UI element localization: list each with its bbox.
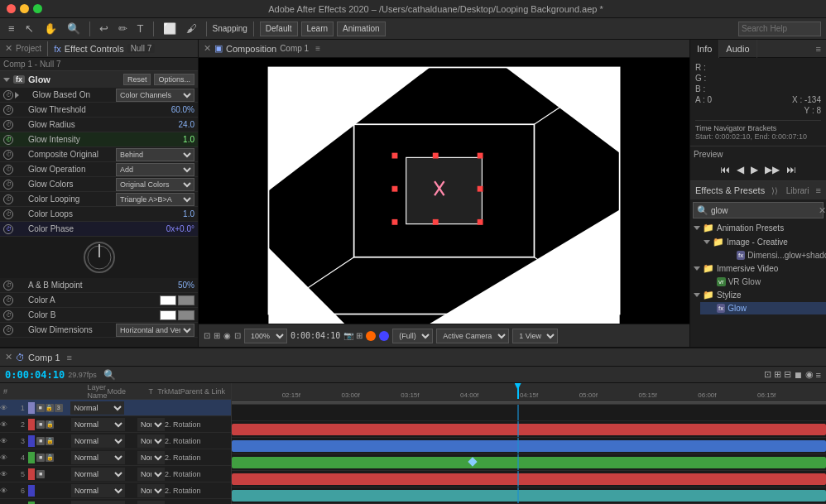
search-clear-button[interactable]: ✕ (819, 205, 826, 216)
ep-library-btn[interactable]: Librari (786, 186, 809, 195)
search-layer-icon[interactable]: 🔍 (103, 369, 116, 381)
layer-solo-4[interactable]: ■ (36, 454, 45, 462)
layer-eye-3[interactable]: 👁 (0, 437, 12, 445)
layer-solo-5[interactable]: ■ (36, 470, 45, 478)
track-bar-2[interactable] (232, 424, 826, 435)
track-bar-6[interactable] (232, 490, 826, 502)
glow-item[interactable]: fx Glow (700, 302, 826, 314)
tool-paint[interactable]: 🖌 (183, 21, 200, 36)
view-select[interactable]: Active Camera (436, 329, 509, 343)
layer-solo-2[interactable]: ■ (36, 420, 45, 429)
comp-toolbar-icon4[interactable]: ⊡ (234, 331, 241, 340)
layer-mode-5[interactable]: Normal (71, 468, 125, 481)
layer-lock-1[interactable]: 🔒 (46, 404, 54, 412)
resolution-select[interactable]: (Full) (392, 329, 433, 343)
color-b-swatch1[interactable] (160, 310, 176, 320)
tl-ctrl-5[interactable]: ◉ (805, 369, 814, 380)
layer-eye-2[interactable]: 👁 (0, 420, 12, 429)
tab-info[interactable]: Info (690, 40, 719, 58)
glow-operation-select[interactable]: Add (116, 163, 194, 176)
window-controls[interactable] (7, 4, 42, 13)
color-looping-select[interactable]: Triangle A>B>A (116, 193, 194, 206)
comp-tab-label[interactable]: Comp 1 (280, 44, 309, 53)
effect-panel-close[interactable]: ✕ (5, 43, 12, 54)
image-creative-folder[interactable]: 📁 Image - Creative (700, 235, 826, 249)
glow-based-on-select[interactable]: Color Channels (116, 89, 194, 102)
preview-next-frame[interactable]: ▶▶ (763, 162, 781, 177)
tool-shape[interactable]: ⬜ (160, 21, 180, 36)
layer-mode-2[interactable]: Normal (71, 418, 125, 431)
table-row[interactable]: 👁 4 ■ 🔒 Grid Lines Normal None 2. Rotati… (0, 449, 231, 466)
grid-icon[interactable]: ⊞ (356, 331, 363, 340)
layer-lock-2[interactable]: 🔒 (46, 420, 54, 429)
glow-based-on-stopwatch[interactable]: ⏱ (3, 90, 13, 100)
color-b-stopwatch[interactable]: ⏱ (3, 310, 13, 320)
glow-threshold-value[interactable]: 60.0% (171, 105, 194, 114)
glow-colors-stopwatch[interactable]: ⏱ (3, 180, 13, 190)
tool-select[interactable]: ↖ (22, 21, 37, 36)
color-loops-value[interactable]: 1.0 (183, 209, 194, 218)
color-looping-stopwatch[interactable]: ⏱ (3, 194, 13, 204)
preview-play[interactable]: ▶ (749, 162, 760, 177)
ep-menu[interactable]: ≡ (816, 185, 821, 195)
tl-ctrl-4[interactable]: ⏹ (794, 369, 803, 380)
preview-skip-start[interactable]: ⏮ (718, 162, 732, 177)
layer-trk-4[interactable]: None (137, 451, 165, 464)
layer-3d-1[interactable]: 3 (55, 404, 63, 412)
layer-mode-1[interactable]: Normal (70, 401, 124, 415)
tool-hand[interactable]: ✋ (41, 21, 60, 36)
table-row[interactable]: 👁 3 ■ 🔒 Square_Black Normal None 2. Rota… (0, 433, 231, 449)
animation-presets-arrow[interactable] (694, 226, 700, 230)
comp-panel-close[interactable]: ✕ (204, 43, 211, 54)
table-row[interactable]: 👁 6 Shape L... 19 Normal None 2. Rotatio… (0, 482, 231, 499)
timeline-menu[interactable]: ≡ (67, 353, 72, 362)
glow-threshold-stopwatch[interactable]: ⏱ (3, 105, 13, 115)
layer-eye-4[interactable]: 👁 (0, 454, 12, 462)
glow-dimensions-select[interactable]: Horizontal and Vert. (116, 324, 194, 337)
vr-glow-item[interactable]: vr VR Glow (700, 276, 826, 288)
comp-toolbar-icon3[interactable]: ◉ (223, 331, 231, 340)
track-bar-5[interactable] (232, 473, 826, 485)
color-phase-dial[interactable] (83, 241, 116, 274)
project-panel-tab[interactable]: Project (16, 44, 41, 53)
workspace-default[interactable]: Default (260, 22, 298, 36)
timeline-close[interactable]: ✕ (5, 352, 12, 362)
layer-lock-4[interactable]: 🔒 (46, 454, 54, 462)
layer-trk-7[interactable]: None (137, 501, 165, 505)
track-bar-4[interactable] (232, 457, 826, 468)
right-panel-menu[interactable]: ≡ (816, 44, 826, 54)
tl-ctrl-6[interactable]: ≡ (816, 369, 821, 380)
layer-mode-4[interactable]: Normal (71, 451, 125, 464)
color-a-stopwatch[interactable]: ⏱ (3, 295, 13, 305)
stylize-arrow[interactable] (694, 293, 700, 297)
glow-dimensions-stopwatch[interactable]: ⏱ (3, 325, 13, 335)
glow-expand-arrow[interactable] (3, 78, 10, 82)
tool-rotate[interactable]: ↩ (96, 21, 112, 36)
search-help-input[interactable] (738, 22, 821, 36)
color-phase-value[interactable]: 0x+0.0° (166, 224, 194, 233)
layer-eye-5[interactable]: 👁 (0, 470, 12, 478)
minimize-button[interactable] (20, 4, 29, 13)
timeline-timecode[interactable]: 0:00:04:10 (5, 369, 65, 381)
close-button[interactable] (7, 4, 16, 13)
layer-solo-3[interactable]: ■ (36, 437, 45, 445)
timeline-label[interactable]: Comp 1 (28, 353, 60, 362)
layer-lock-3[interactable]: 🔒 (46, 437, 54, 445)
layer-mode-7[interactable]: Normal (71, 501, 125, 505)
tl-ctrl-1[interactable]: ⊡ (764, 369, 771, 380)
playhead[interactable] (517, 383, 519, 399)
options-button[interactable]: Options... (154, 74, 194, 85)
composite-original-select[interactable]: Behind (116, 148, 194, 161)
tool-pen[interactable]: ✏ (115, 21, 131, 36)
layer-trk-2[interactable]: None (137, 418, 165, 431)
camera-icon[interactable]: 📷 (343, 331, 353, 340)
glow-radius-stopwatch[interactable]: ⏱ (3, 120, 13, 130)
ep-expand[interactable]: ⟩⟩ (771, 186, 778, 195)
maximize-button[interactable] (33, 4, 42, 13)
glow-operation-stopwatch[interactable]: ⏱ (3, 165, 13, 175)
immersive-video-arrow[interactable] (694, 266, 700, 271)
table-row[interactable]: 👁 1 ■ 🔒 3 Null 7 Normal (0, 400, 231, 416)
layer-trk-6[interactable]: None (137, 484, 165, 497)
color-b-swatch2[interactable] (178, 310, 194, 320)
glow-shadow-item[interactable]: fx Dimensi...glow+shadow (720, 249, 826, 262)
